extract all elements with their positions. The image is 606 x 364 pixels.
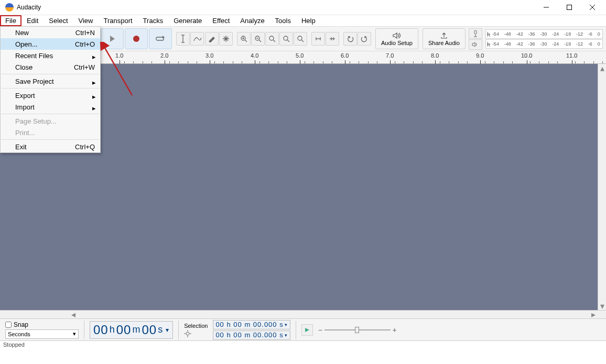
menu-edit[interactable]: Edit <box>21 15 44 26</box>
file-menu-print: Print... <box>1 127 100 138</box>
timeline-tick: 6.0 <box>341 52 349 59</box>
file-menu-page-setup: Page Setup... <box>1 115 100 127</box>
status-bar: Stopped <box>0 340 606 350</box>
timeline-tick: 5.0 <box>296 52 304 59</box>
file-menu-import[interactable]: Import▸ <box>1 101 100 113</box>
file-menu-new[interactable]: NewCtrl+N <box>1 27 100 38</box>
menu-tracks[interactable]: Tracks <box>138 15 169 26</box>
chevron-down-icon: ▾ <box>73 330 76 337</box>
menu-select[interactable]: Select <box>44 15 73 26</box>
speaker-icon <box>392 32 402 39</box>
play-at-speed-button[interactable] <box>301 324 313 336</box>
status-text: Stopped <box>3 341 25 348</box>
time-display-main[interactable]: 00h 00m 00s▾ <box>90 321 173 339</box>
audio-setup-button[interactable]: Audio Setup <box>375 28 418 49</box>
fit-selection-icon[interactable] <box>265 32 279 46</box>
meter-channel-r: R <box>487 32 491 38</box>
playback-meter-speaker-icon[interactable] <box>469 39 482 50</box>
playback-speed-slider[interactable]: − + <box>318 326 397 334</box>
svg-line-10 <box>245 40 247 42</box>
timeline-tick: 9.0 <box>476 52 484 59</box>
play-button[interactable] <box>101 28 124 49</box>
plus-icon: + <box>393 326 397 334</box>
share-audio-label: Share Audio <box>428 40 460 46</box>
scroll-right-icon[interactable]: ▸ <box>589 310 598 319</box>
maximize-button[interactable] <box>558 0 581 15</box>
trim-icon[interactable] <box>311 32 325 46</box>
app-title: Audacity <box>17 4 41 11</box>
svg-point-31 <box>186 332 189 335</box>
timeline-tick: 3.0 <box>205 52 213 59</box>
selection-label: Selection <box>184 323 208 329</box>
timeline-tick: 11.0 <box>566 52 577 59</box>
envelope-tool[interactable] <box>190 32 204 46</box>
fit-project-icon[interactable] <box>279 32 293 46</box>
selection-tool[interactable] <box>176 32 190 46</box>
share-audio-button[interactable]: Share Audio <box>423 28 466 49</box>
file-menu-recent-files[interactable]: Recent Files▸ <box>1 50 100 61</box>
menu-file[interactable]: File <box>0 15 21 26</box>
timeline-tick: 2.0 <box>160 52 168 59</box>
svg-line-14 <box>259 40 261 42</box>
file-menu-save-project[interactable]: Save Project▸ <box>1 75 100 87</box>
loop-button[interactable] <box>149 28 172 49</box>
file-menu-exit[interactable]: ExitCtrl+Q <box>1 141 100 152</box>
timeline-tick: 10.0 <box>521 52 532 59</box>
menu-effect[interactable]: Effect <box>207 15 235 26</box>
zoom-toggle-icon[interactable] <box>294 32 307 46</box>
svg-line-21 <box>301 40 304 42</box>
svg-line-19 <box>287 40 289 42</box>
record-meter-mic-icon[interactable] <box>469 28 482 39</box>
menu-bar: FileEditSelectViewTransportTracksGenerat… <box>0 15 606 26</box>
gear-icon[interactable] <box>184 330 191 337</box>
timeline-tick: 7.0 <box>386 52 394 59</box>
svg-point-20 <box>298 36 302 40</box>
timeline-tick: 4.0 <box>251 52 258 59</box>
svg-point-16 <box>269 36 274 40</box>
share-icon <box>440 32 448 39</box>
selection-start[interactable]: 00 h 00 m 00.000 s▾ <box>213 320 290 329</box>
zoom-out-icon[interactable] <box>251 32 265 46</box>
title-bar: Audacity <box>0 0 606 15</box>
minimize-button[interactable] <box>535 0 558 15</box>
menu-generate[interactable]: Generate <box>168 15 207 26</box>
vertical-scrollbar[interactable]: ▴ ▾ <box>598 64 606 310</box>
draw-tool[interactable] <box>205 32 219 46</box>
undo-icon[interactable] <box>343 32 357 46</box>
file-menu-dropdown: NewCtrl+NOpen...Ctrl+ORecent Files▸Close… <box>0 26 101 153</box>
horizontal-scrollbar[interactable]: ◂ ▸ <box>0 310 606 318</box>
file-menu-open[interactable]: Open...Ctrl+O <box>1 38 100 50</box>
file-menu-export[interactable]: Export▸ <box>1 90 100 101</box>
snap-unit-value: Seconds <box>8 331 30 337</box>
svg-rect-28 <box>474 30 477 34</box>
timeline-tick: 8.0 <box>431 52 439 59</box>
svg-line-17 <box>273 40 275 42</box>
svg-rect-1 <box>567 5 572 10</box>
zoom-in-icon[interactable] <box>237 32 251 46</box>
timeline-tick: 1.0 <box>115 52 123 59</box>
scroll-down-icon[interactable]: ▾ <box>598 302 606 310</box>
meter-channel-r: R <box>487 42 491 48</box>
snap-unit-combo[interactable]: Seconds ▾ <box>5 329 79 339</box>
menu-analyze[interactable]: Analyze <box>235 15 269 26</box>
svg-point-18 <box>284 36 288 40</box>
file-menu-close[interactable]: CloseCtrl+W <box>1 61 100 73</box>
menu-help[interactable]: Help <box>296 15 321 26</box>
menu-tools[interactable]: Tools <box>270 15 296 26</box>
multi-tool[interactable] <box>219 32 233 46</box>
silence-icon[interactable] <box>326 32 339 46</box>
close-button[interactable] <box>581 0 604 15</box>
record-meter[interactable]: L R -54-48-42-36-30-24-18-12-60 <box>485 29 603 39</box>
minus-icon: − <box>318 326 322 334</box>
selection-end[interactable]: 00 h 00 m 00.000 s▾ <box>213 330 290 340</box>
playback-meter[interactable]: L R -54-48-42-36-30-24-18-12-60 <box>485 39 603 49</box>
menu-transport[interactable]: Transport <box>98 15 137 26</box>
scroll-up-icon[interactable]: ▴ <box>598 64 606 72</box>
snap-checkbox[interactable] <box>5 322 12 328</box>
audio-setup-label: Audio Setup <box>381 40 413 46</box>
selection-bar: Snap Seconds ▾ 00h 00m 00s▾ Selection 00… <box>0 318 606 340</box>
record-button[interactable] <box>125 28 148 49</box>
scroll-left-icon[interactable]: ◂ <box>69 310 78 319</box>
redo-icon[interactable] <box>358 32 371 46</box>
menu-view[interactable]: View <box>73 15 99 26</box>
